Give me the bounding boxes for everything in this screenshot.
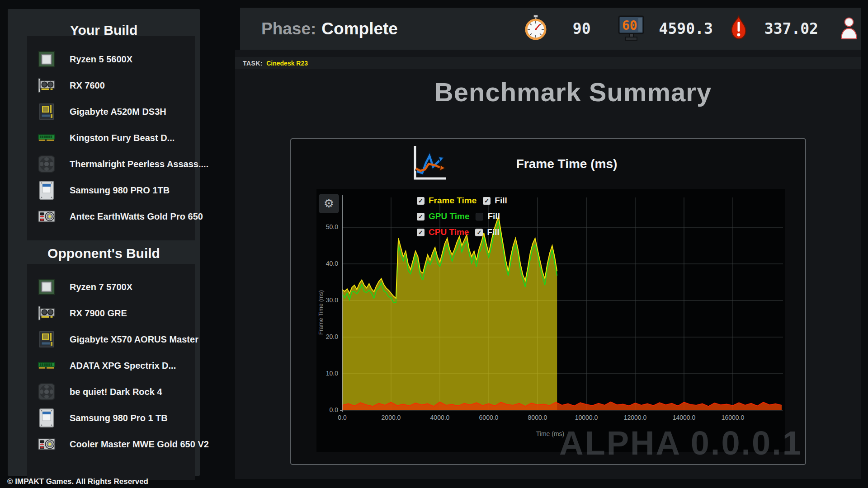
y-tick-label: 30.0 xyxy=(318,296,338,304)
page-title: Benchmark Summary xyxy=(260,77,868,107)
motherboard-icon xyxy=(37,330,56,349)
chart-canvas[interactable]: ⚙ ✓Frame Time✓Fill✓GPU TimeFill✓CPU Time… xyxy=(316,189,785,452)
chart-legend: ✓Frame Time✓Fill✓GPU TimeFill✓CPU Time✓F… xyxy=(417,194,507,239)
component-label: Ryzen 5 5600X xyxy=(70,54,132,65)
cooler-icon xyxy=(37,382,56,401)
opponent-build-list: Ryzen 7 5700XRX 7900 GREGigabyte X570 AO… xyxy=(27,264,195,480)
component-row[interactable]: Kingston Fury Beast D... xyxy=(27,125,195,151)
x-tick-label: 6000.0 xyxy=(471,414,507,421)
legend-fill-label: Fill xyxy=(487,227,499,237)
component-row[interactable]: Samsung 980 PRO 1TB xyxy=(27,177,195,203)
alpha-watermark: ALPHA 0.0.0.1 xyxy=(559,424,802,462)
psu-icon xyxy=(37,435,56,454)
component-row[interactable]: Samsung 980 Pro 1 TB xyxy=(27,405,195,431)
component-row[interactable]: Antec EarthWatts Gold Pro 650 xyxy=(27,203,195,230)
cooler-icon xyxy=(37,155,56,174)
gpu-icon xyxy=(37,304,56,323)
legend-fill-label: Fill xyxy=(495,196,507,206)
drive-icon xyxy=(37,408,56,427)
phase-value: Complete xyxy=(321,19,398,38)
person-icon[interactable] xyxy=(840,15,859,42)
component-row[interactable]: Ryzen 7 5700X xyxy=(27,274,195,300)
y-tick-label: 50.0 xyxy=(318,223,338,230)
y-tick-label: 10.0 xyxy=(318,370,338,377)
cpu-icon xyxy=(37,277,56,296)
component-row[interactable]: Gigabyte A520M DS3H xyxy=(27,99,195,125)
task-label: TASK: xyxy=(243,60,263,67)
legend-fill-checkbox[interactable] xyxy=(476,213,483,221)
component-label: Gigabyte X570 AORUS Master xyxy=(70,334,198,345)
x-tick-label: 2000.0 xyxy=(373,414,409,421)
y-tick-label: 40.0 xyxy=(318,260,338,267)
line-chart-icon xyxy=(409,143,448,185)
x-tick-label: 8000.0 xyxy=(519,414,556,421)
component-label: Samsung 980 Pro 1 TB xyxy=(70,413,168,423)
component-label: RX 7600 xyxy=(70,80,105,91)
psu-icon xyxy=(37,207,56,226)
your-build-list: Ryzen 5 5600XRX 7600Gigabyte A520M DS3HK… xyxy=(27,36,195,240)
component-label: Ryzen 7 5700X xyxy=(70,282,132,292)
x-tick-label: 14000.0 xyxy=(666,414,702,421)
stats-cluster: 90 60 4590.3 337.02 xyxy=(524,14,861,43)
score-value: 4590.3 xyxy=(659,20,713,38)
ram-icon xyxy=(37,128,56,147)
cpu-icon xyxy=(37,50,56,69)
legend-fill-label: Fill xyxy=(487,211,500,221)
task-strip: TASK: Cinedesk R23 xyxy=(235,57,861,69)
stopwatch-icon xyxy=(524,14,547,43)
svg-text:60: 60 xyxy=(622,18,637,33)
opponent-build-title: Opponent's Build xyxy=(8,246,200,261)
legend-fill-checkbox[interactable]: ✓ xyxy=(483,197,491,205)
phase-indicator: Phase:Complete xyxy=(261,19,398,38)
component-label: Samsung 980 PRO 1TB xyxy=(70,185,170,196)
copyright-footer: © IMPAKT Games. All Rights Reserved xyxy=(7,477,148,486)
component-label: ADATA XPG Spectrix D... xyxy=(70,361,176,371)
drive-icon xyxy=(37,181,56,200)
component-row[interactable]: Gigabyte X570 AORUS Master xyxy=(27,326,195,352)
chart-title: Frame Time (ms) xyxy=(516,157,618,171)
component-row[interactable]: Thermalright Peerless Assass.... xyxy=(27,151,195,177)
gpu-icon xyxy=(37,76,56,95)
legend-row: ✓Frame Time✓Fill xyxy=(417,194,507,207)
component-row[interactable]: Ryzen 5 5600X xyxy=(27,46,195,72)
chart-panel-header: Frame Time (ms) xyxy=(256,144,770,184)
x-tick-label: 16000.0 xyxy=(715,414,751,421)
component-label: RX 7900 GRE xyxy=(70,308,127,319)
legend-checkbox[interactable]: ✓ xyxy=(417,229,425,236)
component-row[interactable]: be quiet! Dark Rock 4 xyxy=(27,379,195,405)
legend-checkbox[interactable]: ✓ xyxy=(417,213,425,221)
legend-row: ✓GPU TimeFill xyxy=(417,210,507,223)
legend-series-label: Frame Time xyxy=(429,196,476,206)
legend-checkbox[interactable]: ✓ xyxy=(417,197,425,205)
top-status-bar: Phase:Complete 90 60 xyxy=(240,8,861,50)
flame-icon xyxy=(730,15,747,42)
component-label: Cooler Master MWE Gold 650 V2 xyxy=(70,439,209,450)
heat-value: 337.02 xyxy=(764,20,818,38)
x-tick-label: 4000.0 xyxy=(422,414,458,421)
x-tick-label: 0.0 xyxy=(324,414,360,421)
monitor-icon: 60 xyxy=(618,15,644,43)
component-row[interactable]: RX 7900 GRE xyxy=(27,300,195,326)
x-tick-label: 10000.0 xyxy=(568,414,604,421)
legend-series-label: CPU Time xyxy=(429,227,469,237)
component-label: Gigabyte A520M DS3H xyxy=(70,107,166,117)
y-tick-label: 20.0 xyxy=(318,333,338,340)
gear-icon[interactable]: ⚙ xyxy=(319,194,339,213)
build-sidebar: Your Build Ryzen 5 5600XRX 7600Gigabyte … xyxy=(8,9,200,476)
component-label: Antec EarthWatts Gold Pro 650 xyxy=(70,211,203,222)
component-label: be quiet! Dark Rock 4 xyxy=(70,387,162,397)
x-tick-label: 12000.0 xyxy=(617,414,653,421)
your-build-title: Your Build xyxy=(8,23,200,38)
chart-panel: Frame Time (ms) ⚙ ✓Frame Time✓Fill✓GPU T… xyxy=(290,138,806,465)
timer-value: 90 xyxy=(573,20,591,38)
component-row[interactable]: Cooler Master MWE Gold 650 V2 xyxy=(27,431,195,457)
legend-series-label: GPU Time xyxy=(429,211,469,221)
motherboard-icon xyxy=(37,102,56,121)
legend-fill-checkbox[interactable]: ✓ xyxy=(475,229,483,236)
main-content: TASK: Cinedesk R23 Benchmark Summary Fra… xyxy=(235,50,861,479)
component-row[interactable]: ADATA XPG Spectrix D... xyxy=(27,352,195,379)
component-label: Thermalright Peerless Assass.... xyxy=(70,159,208,169)
ram-icon xyxy=(37,356,56,375)
component-row[interactable]: RX 7600 xyxy=(27,72,195,99)
task-value: Cinedesk R23 xyxy=(266,60,308,67)
